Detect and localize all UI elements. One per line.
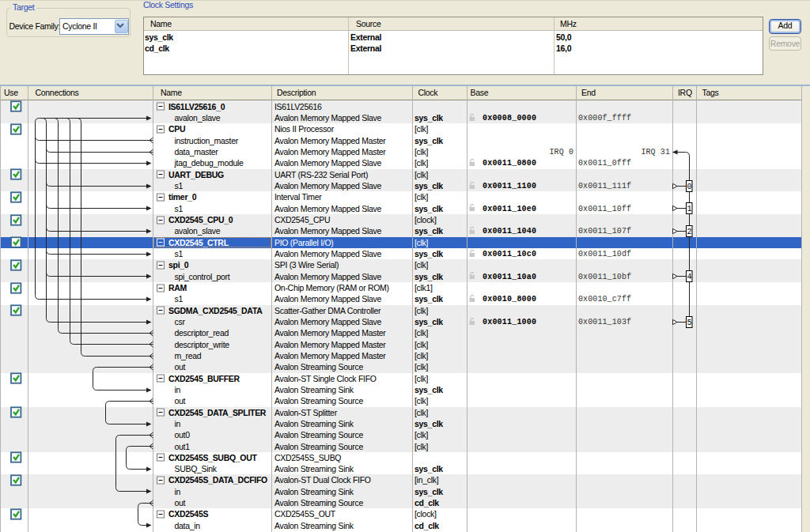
svg-text:5: 5 (687, 319, 691, 327)
svg-text:2: 2 (687, 228, 691, 236)
svg-text:4: 4 (687, 273, 691, 281)
svg-text:1: 1 (687, 205, 691, 213)
svg-text:0: 0 (687, 183, 691, 191)
